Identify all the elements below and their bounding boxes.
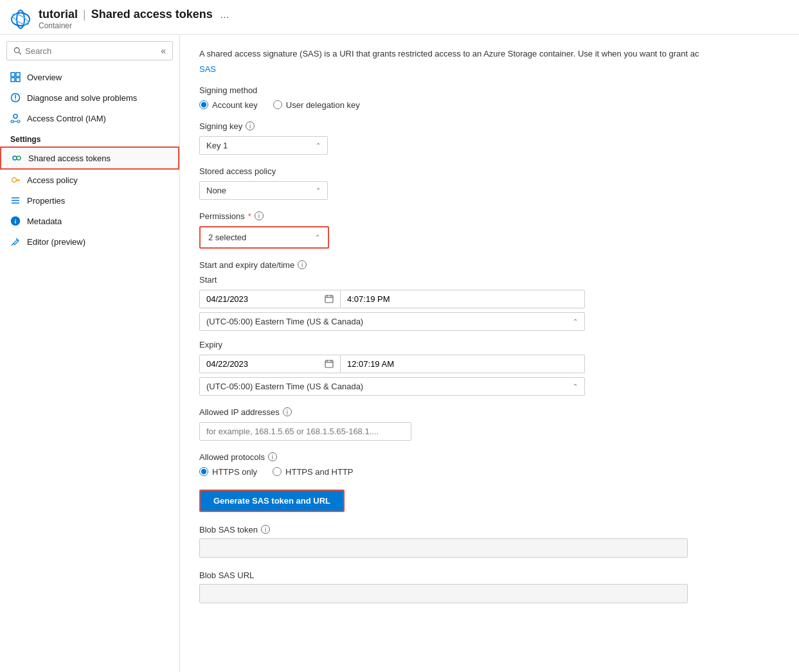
blob-sas-token-field [199, 538, 688, 558]
stored-access-policy-select[interactable]: None ⌃ [199, 181, 328, 200]
header-subtitle: Container [39, 21, 229, 30]
stored-access-policy-label: Stored access policy [199, 166, 780, 176]
metadata-icon: i [10, 216, 21, 226]
user-delegation-key-radio[interactable]: User delegation key [273, 100, 360, 110]
expiry-time-input[interactable] [341, 355, 585, 373]
start-timezone-select[interactable]: (UTC-05:00) Eastern Time (US & Canada) ⌃ [199, 312, 585, 331]
permissions-select[interactable]: 2 selected ⌃ [203, 230, 325, 245]
svg-point-17 [17, 156, 21, 160]
svg-point-19 [12, 178, 17, 182]
signing-method-section: Signing method Account key User delegati… [199, 85, 780, 110]
sidebar: « Overview Diagnose and solve problems A… [0, 35, 180, 672]
account-key-label: Account key [212, 100, 258, 110]
svg-point-11 [15, 100, 16, 101]
svg-text:i: i [15, 218, 17, 225]
signing-method-label: Signing method [199, 85, 780, 95]
header-divider: | [83, 8, 86, 21]
expiry-date-field[interactable] [206, 359, 325, 369]
sidebar-item-overview[interactable]: Overview [0, 67, 179, 87]
metadata-label: Metadata [27, 217, 62, 226]
account-key-radio-input[interactable] [199, 100, 208, 109]
sas-link[interactable]: SAS [199, 64, 216, 74]
expiry-datetime-group [199, 355, 780, 373]
svg-point-12 [13, 114, 17, 118]
blob-sas-token-info-icon[interactable]: i [261, 525, 270, 534]
account-key-radio[interactable]: Account key [199, 100, 258, 110]
overview-label: Overview [27, 73, 62, 82]
start-timezone-chevron: ⌃ [573, 318, 578, 325]
generate-sas-button[interactable]: Generate SAS token and URL [199, 490, 345, 512]
svg-line-28 [12, 243, 13, 245]
start-time-field[interactable] [347, 294, 578, 304]
access-control-icon [10, 113, 21, 123]
signing-key-value: Key 1 [206, 141, 228, 150]
user-delegation-key-radio-input[interactable] [273, 100, 282, 109]
signing-key-info-icon[interactable]: i [246, 121, 255, 130]
properties-icon [10, 195, 21, 206]
allowed-ip-section: Allowed IP addresses i [199, 407, 780, 441]
start-date-input[interactable] [199, 290, 341, 308]
svg-point-14 [17, 120, 20, 123]
https-http-label: HTTPS and HTTP [285, 467, 353, 477]
sidebar-item-metadata[interactable]: i Metadata [0, 211, 179, 231]
start-date-field[interactable] [206, 294, 325, 304]
https-only-radio-input[interactable] [199, 467, 208, 476]
svg-point-16 [13, 156, 17, 160]
svg-rect-30 [325, 296, 333, 303]
collapse-icon[interactable]: « [161, 46, 166, 56]
allowed-ip-field[interactable] [206, 427, 404, 436]
app-header: tutorial | Shared access tokens ... Cont… [0, 0, 799, 35]
sidebar-item-shared-access-tokens[interactable]: Shared access tokens [0, 146, 179, 170]
expiry-timezone-select[interactable]: (UTC-05:00) Eastern Time (US & Canada) ⌃ [199, 377, 585, 396]
expiry-calendar-icon[interactable] [325, 359, 334, 368]
expiry-time-field[interactable] [347, 359, 578, 369]
permissions-required: * [248, 211, 251, 221]
sidebar-item-properties[interactable]: Properties [0, 190, 179, 211]
https-http-radio-input[interactable] [273, 467, 282, 476]
generate-button-wrapper: Generate SAS token and URL [199, 477, 780, 512]
sidebar-item-diagnose[interactable]: Diagnose and solve problems [0, 87, 179, 108]
permissions-box: 2 selected ⌃ [199, 226, 329, 249]
overview-icon [10, 72, 21, 82]
datetime-section: Start and expiry date/time i Start (UTC-… [199, 260, 780, 396]
search-input[interactable] [25, 46, 157, 56]
allowed-ip-input-wrapper[interactable] [199, 422, 411, 441]
permissions-info-icon[interactable]: i [255, 211, 264, 220]
protocols-radio-group: HTTPS only HTTPS and HTTP [199, 467, 780, 477]
svg-line-4 [19, 52, 21, 54]
editor-label: Editor (preview) [27, 237, 85, 247]
sidebar-item-editor[interactable]: Editor (preview) [0, 231, 179, 252]
svg-point-0 [12, 13, 30, 26]
start-time-input[interactable] [341, 290, 585, 308]
https-only-radio[interactable]: HTTPS only [199, 467, 257, 477]
header-title: tutorial [39, 8, 78, 21]
signing-key-select[interactable]: Key 1 ⌃ [199, 136, 328, 155]
stored-access-policy-section: Stored access policy None ⌃ [199, 166, 780, 200]
header-more-icon[interactable]: ... [220, 9, 229, 21]
diagnose-icon [10, 93, 21, 103]
svg-rect-34 [325, 360, 333, 367]
allowed-protocols-section: Allowed protocols i HTTPS only HTTPS and… [199, 452, 780, 477]
allowed-ip-label: Allowed IP addresses i [199, 407, 780, 417]
access-control-label: Access Control (IAM) [27, 114, 106, 123]
https-http-radio[interactable]: HTTPS and HTTP [273, 467, 353, 477]
blob-sas-url-section: Blob SAS URL [199, 570, 780, 603]
permissions-label: Permissions * i [199, 211, 780, 221]
allowed-ip-info-icon[interactable]: i [283, 407, 292, 416]
calendar-icon[interactable] [325, 294, 334, 303]
allowed-protocols-info-icon[interactable]: i [268, 452, 277, 461]
signing-key-section: Signing key i Key 1 ⌃ [199, 121, 780, 155]
expiry-date-input[interactable] [199, 355, 341, 373]
sidebar-item-access-policy[interactable]: Access policy [0, 170, 179, 190]
properties-label: Properties [27, 196, 65, 206]
blob-sas-token-section: Blob SAS token i [199, 525, 780, 558]
header-page-title: Shared access tokens [91, 8, 213, 21]
search-box[interactable]: « [6, 41, 173, 60]
key-icon [10, 175, 21, 185]
expiry-label: Expiry [199, 340, 780, 349]
blob-sas-url-field [199, 584, 688, 603]
shared-access-tokens-icon [12, 153, 22, 163]
sidebar-item-access-control[interactable]: Access Control (IAM) [0, 108, 179, 128]
start-expiry-info-icon[interactable]: i [298, 260, 307, 269]
permissions-section: Permissions * i 2 selected ⌃ [199, 211, 780, 249]
